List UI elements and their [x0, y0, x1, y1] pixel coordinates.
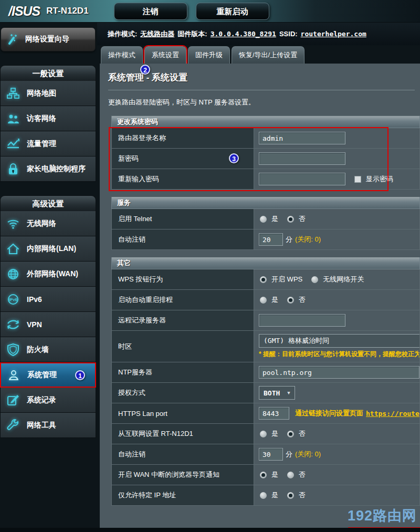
- ip-restrict-no-radio[interactable]: [287, 492, 294, 499]
- sidebar-item-network-map[interactable]: 网络地图: [0, 81, 96, 106]
- timezone-select[interactable]: (GMT) 格林威治时间: [259, 334, 420, 348]
- auto-logout-label: 自动注销: [111, 230, 254, 250]
- auth-method-select[interactable]: BOTH ▼: [259, 386, 295, 400]
- lock-icon: [6, 163, 20, 175]
- sidebar-item-label: 网络设置向导: [25, 35, 69, 44]
- sidebar-item-traffic-manager[interactable]: 流量管理: [0, 131, 96, 157]
- table-row: 自动注销 分 (关闭: 0): [111, 230, 420, 250]
- retype-password-input[interactable]: [259, 173, 345, 185]
- annotation-badge-2: 2: [140, 65, 150, 75]
- tab-operation-mode[interactable]: 操作模式: [101, 46, 143, 64]
- password-section: 路由器登录名称 新密码 3 重新输入密码: [111, 128, 420, 190]
- status-banner: 操作模式: 无线路由器 固件版本: 3.0.0.4.380_8291 SSID:…: [97, 23, 420, 45]
- show-password-checkbox[interactable]: [354, 176, 361, 183]
- footer-bar: [0, 528, 420, 532]
- sidebar-item-wireless[interactable]: 无线网络: [0, 211, 96, 236]
- sidebar-item-network-tools[interactable]: 网络工具: [0, 413, 96, 438]
- sidebar-item-quick-setup-wizard[interactable]: 网络设置向导: [1, 27, 96, 51]
- title-divider: [108, 90, 415, 90]
- table-row: 重新输入密码 显示密码: [111, 169, 420, 190]
- wps-switch-radio[interactable]: [311, 276, 318, 283]
- op-mode-link[interactable]: 无线路由器: [140, 29, 174, 39]
- table-row: 自动注销 分 (关闭: 0): [111, 444, 420, 465]
- table-row: 路由器登录名称: [111, 128, 420, 149]
- table-row: NTP服务器: [111, 362, 420, 383]
- tab-bar: 操作模式 系统设置 固件升级 恢复/导出/上传设置 2: [97, 45, 420, 64]
- telnet-yes-radio[interactable]: [260, 216, 267, 223]
- sidebar-item-parental-control[interactable]: 家长电脑控制程序: [0, 157, 96, 182]
- reboot-button[interactable]: 重新启动: [196, 3, 269, 20]
- top-bar: /ISUS RT-N12D1 注销 重新启动: [0, 0, 420, 23]
- sidebar-item-label: 网络地图: [27, 89, 56, 98]
- https-port-label: HTTPS Lan port: [111, 403, 254, 424]
- login-name-label: 路由器登录名称: [111, 128, 254, 149]
- ssid-link[interactable]: routerhelper.com: [301, 30, 366, 38]
- sidebar-item-label: 流量管理: [27, 139, 56, 149]
- section-header-misc: 其它: [111, 257, 420, 269]
- page-title: 系统管理 - 系统设置: [108, 71, 420, 84]
- sidebar-item-administration[interactable]: 系统管理 1: [0, 362, 96, 388]
- auto-logout-hint: (关闭: 0): [295, 235, 321, 244]
- tab-restore-save-upload[interactable]: 恢复/导出/上传设置: [232, 46, 304, 64]
- wan-setup-no-radio[interactable]: [287, 431, 294, 437]
- sidebar-item-guest-network[interactable]: 访客网络: [0, 106, 96, 131]
- globe-icon: [6, 268, 20, 280]
- ip-restrict-label: 仅允许特定 IP 地址: [111, 485, 254, 506]
- content-panel: 系统管理 - 系统设置 更换路由器登陆密码，时区与 NTP 服务器设置。 更改系…: [100, 64, 420, 528]
- wan-down-notify-yes-radio[interactable]: [260, 472, 267, 478]
- auto-logout2-label: 自动注销: [111, 444, 254, 465]
- annotation-badge-1: 1: [75, 370, 85, 380]
- ntp-server-input[interactable]: [259, 366, 419, 379]
- https-port-input[interactable]: [259, 407, 289, 420]
- ssid-label: SSID:: [279, 30, 298, 38]
- timezone-label: 时区: [111, 331, 254, 362]
- reboot-schedule-yes-radio[interactable]: [260, 297, 267, 304]
- reboot-schedule-no-radio[interactable]: [287, 297, 294, 304]
- tab-system-settings[interactable]: 系统设置: [144, 46, 186, 64]
- section-header-service: 服务: [111, 197, 420, 209]
- wan-down-notify-no-radio[interactable]: [287, 472, 294, 478]
- sidebar-item-firewall[interactable]: 防火墙: [0, 337, 96, 362]
- auto-logout2-input[interactable]: [259, 448, 283, 461]
- auto-logout2-hint: (关闭: 0): [295, 450, 321, 459]
- table-row: 远程记录服务器: [111, 310, 420, 331]
- sidebar-item-label: 家长电脑控制程序: [27, 164, 86, 174]
- wrench-icon: [6, 419, 20, 432]
- sidebar-item-label: 系统管理: [27, 370, 57, 380]
- firmware-version-link[interactable]: 3.0.0.4.380_8291: [211, 30, 276, 38]
- table-row: 授权方式 BOTH ▼: [111, 383, 420, 403]
- sidebar-advanced-group: 高级设置 无线网络 内部网络(LAN) 外部网络(WAN) IPv6 IPv6: [0, 195, 96, 438]
- https-note: 通过链接访问设置页面: [295, 409, 363, 418]
- guest-network-icon: [6, 112, 20, 125]
- sidebar-item-vpn[interactable]: VPN: [0, 312, 96, 337]
- logout-button[interactable]: 注销: [114, 3, 187, 20]
- sidebar-item-ipv6[interactable]: IPv6 IPv6: [0, 287, 96, 312]
- section-header-password: 更改系统密码: [111, 116, 420, 128]
- sidebar-item-label: 外部网络(WAN): [27, 269, 78, 279]
- auto-logout-input[interactable]: [259, 233, 283, 246]
- svg-text:IPv6: IPv6: [9, 297, 17, 302]
- main-area: 操作模式: 无线路由器 固件版本: 3.0.0.4.380_8291 SSID:…: [97, 23, 420, 528]
- wps-on-radio[interactable]: [260, 276, 267, 283]
- https-setup-link[interactable]: https://router.asus.: [366, 410, 420, 418]
- auth-method-label: 授权方式: [111, 383, 254, 403]
- sidebar-general-group: 一般设置 网络地图 访客网络 流量管理 家长电脑控制程序: [0, 65, 96, 182]
- tab-firmware-upgrade[interactable]: 固件升级: [188, 46, 230, 64]
- traffic-chart-icon: [6, 138, 20, 150]
- login-name-input[interactable]: [259, 132, 345, 144]
- new-password-input[interactable]: [259, 152, 345, 165]
- table-row: 开启 WAN 中断的浏览器导页通知 是 否: [111, 465, 420, 485]
- wan-setup-yes-radio[interactable]: [260, 431, 267, 437]
- ip-restrict-yes-radio[interactable]: [260, 492, 267, 499]
- table-row: 从互联网设置 RT-N12D1 是 否: [111, 424, 420, 444]
- sidebar-item-system-log[interactable]: 系统记录: [0, 388, 96, 413]
- ntp-server-label: NTP服务器: [111, 362, 254, 383]
- admin-person-icon: [7, 369, 20, 381]
- sidebar-item-lan[interactable]: 内部网络(LAN): [0, 236, 96, 262]
- sidebar-item-wan[interactable]: 外部网络(WAN): [0, 262, 96, 287]
- wan-down-notify-label: 开启 WAN 中断的浏览器导页通知: [111, 465, 254, 485]
- remote-log-label: 远程记录服务器: [111, 310, 254, 331]
- vpn-arrows-icon: [6, 318, 20, 331]
- remote-log-input[interactable]: [259, 314, 345, 327]
- telnet-no-radio[interactable]: [287, 216, 294, 223]
